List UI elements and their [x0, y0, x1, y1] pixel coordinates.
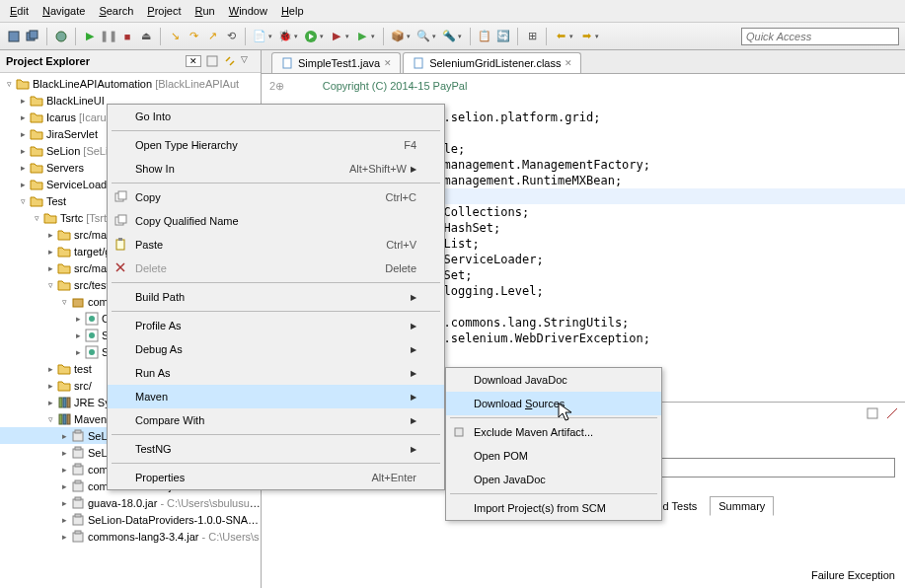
- menu-item-properties[interactable]: PropertiesAlt+Enter: [108, 466, 444, 489]
- submenu-item-open-pom[interactable]: Open POM: [446, 444, 661, 468]
- close-tab-icon[interactable]: ✕: [384, 58, 392, 68]
- panel-icon-1[interactable]: [866, 406, 879, 420]
- submenu-item-exclude-maven-artifact-[interactable]: Exclude Maven Artifact...: [446, 420, 661, 444]
- twisty-icon[interactable]: ▿: [59, 297, 70, 307]
- run-last-icon[interactable]: ▶: [354, 29, 370, 44]
- menu-item-copy[interactable]: CopyCtrl+C: [108, 185, 444, 209]
- twisty-icon[interactable]: ▿: [18, 196, 29, 206]
- twisty-icon[interactable]: ▸: [18, 180, 29, 189]
- collapse-all-icon[interactable]: [205, 54, 219, 68]
- menu-item-build-path[interactable]: Build Path▶: [108, 285, 444, 309]
- twisty-icon[interactable]: ▸: [73, 314, 84, 324]
- twisty-icon[interactable]: ▸: [45, 247, 56, 257]
- menu-item-show-in[interactable]: Show InAlt+Shift+W▶: [108, 157, 444, 181]
- menu-item-go-into[interactable]: Go Into: [108, 105, 444, 128]
- step-over-icon[interactable]: ↷: [186, 29, 201, 44]
- coverage-icon[interactable]: ▶: [329, 29, 344, 44]
- twisty-icon[interactable]: ▸: [45, 398, 56, 407]
- twisty-icon[interactable]: ▿: [4, 79, 15, 89]
- menu-search[interactable]: Search: [93, 2, 139, 20]
- submenu-item-open-javadoc[interactable]: Open JavaDoc: [446, 468, 661, 491]
- drop-frame-icon[interactable]: ⟲: [223, 29, 239, 44]
- twisty-icon[interactable]: ▸: [59, 532, 70, 542]
- twisty-icon[interactable]: ▸: [45, 230, 56, 240]
- twisty-icon[interactable]: ▿: [32, 213, 42, 223]
- twisty-icon[interactable]: ▸: [59, 431, 70, 441]
- view-menu-icon[interactable]: ▽: [241, 54, 255, 68]
- twisty-icon[interactable]: ▸: [73, 347, 84, 357]
- menu-item-run-as[interactable]: Run As▶: [108, 361, 444, 385]
- twisty-icon[interactable]: ▸: [18, 146, 29, 156]
- menu-item-maven[interactable]: Maven▶: [108, 385, 444, 408]
- twisty-icon[interactable]: ▸: [18, 129, 29, 139]
- menu-navigate[interactable]: Navigate: [37, 2, 91, 20]
- menu-item-compare-with[interactable]: Compare With▶: [108, 408, 444, 432]
- link-editor-icon[interactable]: [223, 54, 237, 68]
- menu-item-copy-qualified-name[interactable]: Copy Qualified Name: [108, 209, 444, 233]
- tree-item[interactable]: ▿BlackLineAPIAutomation [BlackLineAPIAut: [0, 75, 261, 92]
- synchronize-icon[interactable]: 🔄: [495, 29, 511, 44]
- submenu-item-download-sources[interactable]: Download Sources: [446, 392, 661, 415]
- twisty-icon[interactable]: ▸: [18, 96, 29, 106]
- step-return-icon[interactable]: ↗: [204, 29, 220, 44]
- twisty-icon[interactable]: ▸: [18, 112, 29, 122]
- debug-launch-icon[interactable]: 🐞: [277, 29, 293, 44]
- resume-icon[interactable]: ▶: [82, 29, 98, 44]
- twisty-icon[interactable]: ▸: [18, 163, 29, 173]
- menu-window[interactable]: Window: [223, 2, 273, 20]
- menu-item-testng[interactable]: TestNG▶: [108, 437, 444, 461]
- twisty-icon[interactable]: ▸: [59, 448, 70, 458]
- open-task-icon[interactable]: 📋: [477, 29, 492, 44]
- suspend-icon[interactable]: ❚❚: [101, 29, 116, 44]
- tree-item[interactable]: ▸guava-18.0.jar - C:\Users\sbulusu\.m: [0, 494, 261, 511]
- forward-icon[interactable]: ➡: [578, 29, 594, 44]
- menu-item-paste[interactable]: PasteCtrl+V: [108, 233, 444, 257]
- twisty-icon[interactable]: ▸: [59, 498, 70, 508]
- panel-icon-2[interactable]: [885, 406, 899, 420]
- quick-access[interactable]: [741, 28, 899, 45]
- context-menu[interactable]: Go IntoOpen Type HierarchyF4Show InAlt+S…: [107, 104, 445, 490]
- new-package-icon[interactable]: 📦: [390, 29, 406, 44]
- twisty-icon[interactable]: ▿: [45, 280, 56, 290]
- twisty-icon[interactable]: ▸: [59, 481, 70, 491]
- disconnect-icon[interactable]: ⏏: [138, 29, 154, 44]
- save-icon[interactable]: [6, 29, 22, 44]
- editor-tab[interactable]: SimpleTest1.java✕: [271, 52, 401, 73]
- shortcut: Delete: [385, 262, 416, 274]
- twisty-icon[interactable]: ▸: [45, 381, 56, 391]
- search-icon[interactable]: 🔦: [441, 29, 457, 44]
- maven-submenu[interactable]: Download JavaDocDownload SourcesExclude …: [445, 367, 662, 521]
- new-icon[interactable]: 📄: [252, 29, 267, 44]
- menu-item-debug-as[interactable]: Debug As▶: [108, 337, 444, 361]
- twisty-icon[interactable]: ▸: [45, 263, 56, 273]
- step-into-icon[interactable]: ↘: [167, 29, 183, 44]
- results-tab-summary[interactable]: Summary: [710, 496, 774, 516]
- editor-tab[interactable]: SeleniumGridListener.class✕: [403, 52, 581, 73]
- menu-item-open-type-hierarchy[interactable]: Open Type HierarchyF4: [108, 133, 444, 157]
- menu-edit[interactable]: Edit: [4, 2, 35, 20]
- debug-icon[interactable]: [53, 29, 69, 44]
- save-all-icon[interactable]: [25, 29, 40, 44]
- back-icon[interactable]: ⬅: [553, 29, 568, 44]
- tree-item[interactable]: ▸SeLion-DataProviders-1.0.0-SNAPSH: [0, 511, 261, 528]
- twisty-icon[interactable]: ▿: [45, 414, 56, 424]
- twisty-icon[interactable]: ▸: [59, 465, 70, 475]
- submenu-item-download-javadoc[interactable]: Download JavaDoc: [446, 368, 661, 392]
- twisty-icon[interactable]: ▸: [73, 331, 84, 340]
- menu-item-profile-as[interactable]: Profile As▶: [108, 314, 444, 337]
- toggle-breadcrumb-icon[interactable]: ⊞: [524, 29, 540, 44]
- run-launch-icon[interactable]: [303, 29, 319, 44]
- terminate-icon[interactable]: ■: [119, 29, 135, 44]
- tree-item[interactable]: ▸commons-lang3-3.4.jar - C:\Users\s: [0, 528, 261, 545]
- close-tab-icon[interactable]: ✕: [565, 58, 572, 68]
- close-view-icon[interactable]: ✕: [186, 55, 201, 67]
- quick-access-input[interactable]: [741, 28, 899, 45]
- menu-run[interactable]: Run: [189, 2, 221, 20]
- open-type-icon[interactable]: 🔍: [415, 29, 431, 44]
- twisty-icon[interactable]: ▸: [59, 515, 70, 525]
- submenu-item-import-project-s-from-scm[interactable]: Import Project(s) from SCM: [446, 496, 661, 520]
- menu-project[interactable]: Project: [141, 2, 187, 20]
- menu-help[interactable]: Help: [275, 2, 310, 20]
- twisty-icon[interactable]: ▸: [45, 364, 56, 374]
- svg-rect-22: [75, 447, 81, 450]
